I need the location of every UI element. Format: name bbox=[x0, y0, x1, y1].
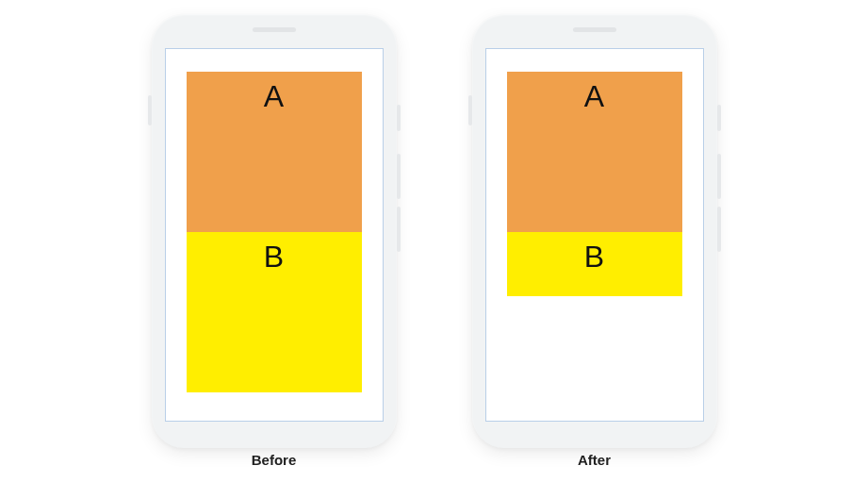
phone-speaker bbox=[253, 27, 296, 32]
phone-side-button bbox=[397, 105, 401, 131]
phone-mockup-after: A B bbox=[472, 14, 717, 448]
after-column: A B After bbox=[472, 14, 717, 468]
phone-side-button bbox=[148, 95, 152, 125]
box-b: B bbox=[507, 232, 682, 296]
phone-mockup-before: A B bbox=[152, 14, 397, 448]
phone-speaker bbox=[573, 27, 616, 32]
box-a: A bbox=[187, 72, 362, 232]
phone-side-button bbox=[397, 154, 401, 199]
layout-content: A B bbox=[187, 72, 362, 392]
layout-content: A B bbox=[507, 72, 682, 296]
box-b-label: B bbox=[584, 241, 604, 296]
box-b-label: B bbox=[264, 241, 284, 392]
box-b: B bbox=[187, 232, 362, 392]
phone-side-button bbox=[717, 207, 721, 252]
before-caption: Before bbox=[252, 452, 297, 468]
diagram-stage: A B Before A bbox=[0, 0, 868, 482]
phone-side-button bbox=[397, 207, 401, 252]
phone-screen: A B bbox=[485, 48, 704, 422]
phone-side-button bbox=[468, 95, 472, 125]
box-a: A bbox=[507, 72, 682, 232]
phone-side-button bbox=[717, 154, 721, 199]
after-caption: After bbox=[578, 452, 611, 468]
box-a-label: A bbox=[264, 81, 284, 232]
before-column: A B Before bbox=[152, 14, 397, 468]
box-a-label: A bbox=[584, 81, 604, 232]
phone-side-button bbox=[717, 105, 721, 131]
phone-screen: A B bbox=[165, 48, 384, 422]
